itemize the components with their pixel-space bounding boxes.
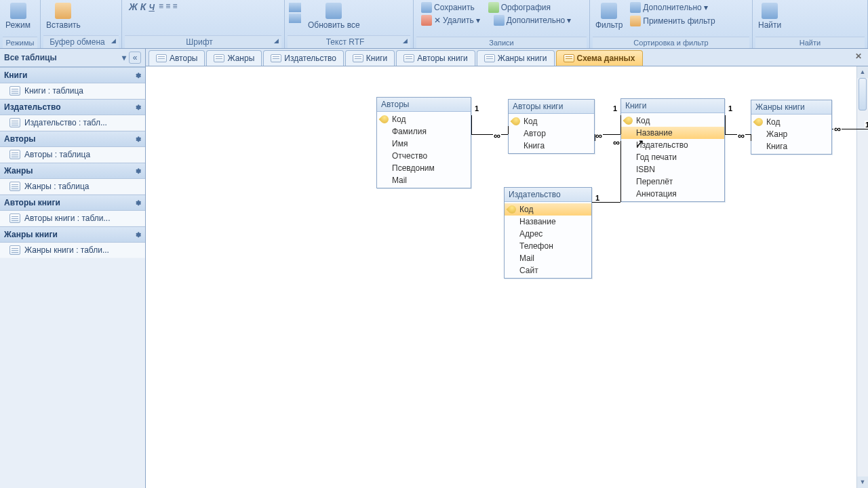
ribbon: Режим Режимы Вставить Буфер обмена◢ Ж К … <box>0 0 868 49</box>
table-field[interactable]: Год печати <box>621 151 724 163</box>
find-button[interactable]: Найти <box>755 1 784 31</box>
table-field[interactable]: Адрес <box>505 228 591 240</box>
nav-group-header[interactable]: Жанры❃ <box>0 163 145 179</box>
table-field[interactable]: Название <box>505 216 591 228</box>
table-title[interactable]: Книги <box>621 99 724 113</box>
document-tab[interactable]: Книги <box>345 50 395 66</box>
table-icon <box>9 245 20 255</box>
table-icon <box>9 86 20 96</box>
table-field[interactable]: Телефон <box>505 240 591 252</box>
table-title[interactable]: Жанры книги <box>751 100 831 115</box>
table-field[interactable]: Mail <box>377 174 471 186</box>
table-icon <box>9 118 20 127</box>
dialog-launcher[interactable]: ◢ <box>111 37 119 44</box>
table-icon <box>484 54 495 62</box>
relationships-canvas[interactable]: ▲ ▼ АвторыКодФамилияИмяОтчествоПсевдоним… <box>146 66 868 488</box>
table-field[interactable]: Код <box>377 113 471 125</box>
nav-group-header[interactable]: Издательство❃ <box>0 99 145 115</box>
nav-item[interactable]: Авторы книги : табли... <box>0 211 145 226</box>
nav-item[interactable]: Авторы : таблица <box>0 147 145 163</box>
table-icon <box>9 182 20 191</box>
table-icon <box>214 54 224 62</box>
table-icon <box>271 54 281 62</box>
document-tab-active[interactable]: Схема данных <box>556 50 643 66</box>
table-box[interactable]: ИздательствоКодНазваниеАдресТелефонMailС… <box>504 187 592 279</box>
filter-button[interactable]: Фильтр <box>593 1 625 31</box>
table-field[interactable]: Имя <box>377 138 471 150</box>
table-field[interactable]: Аннотация <box>621 188 724 200</box>
document-tabs: АвторыЖанрыИздательствоКнигиАвторы книги… <box>146 49 868 66</box>
nav-group-header[interactable]: Авторы❃ <box>0 131 145 147</box>
nav-group-header[interactable]: Жанры книги❃ <box>0 226 145 243</box>
table-field[interactable]: Код <box>751 116 831 128</box>
table-field[interactable]: Автор <box>509 127 594 140</box>
adv-button[interactable]: Дополнительно ▾ <box>628 1 717 14</box>
document-tab[interactable]: Жанры <box>206 50 262 66</box>
refresh-button[interactable]: Обновить все <box>305 1 363 31</box>
table-box[interactable]: КнигиКодНазваниеИздательствоГод печатиIS… <box>620 98 725 202</box>
nav-item[interactable]: Издательство : табл... <box>0 115 145 131</box>
table-field[interactable]: Код <box>505 203 591 216</box>
table-icon <box>156 54 167 62</box>
table-field[interactable]: Отчество <box>377 150 471 162</box>
dialog-launcher[interactable]: ◢ <box>274 37 281 44</box>
table-field[interactable]: Издательство <box>621 139 724 151</box>
table-box[interactable]: Жанры книгиКодЖанрКнига <box>751 100 832 155</box>
nav-item[interactable]: Книги : таблица <box>0 83 145 99</box>
table-title[interactable]: Издательство <box>505 188 591 202</box>
navigation-pane: Все таблицы ▾« Книги❃Книги : таблицаИзда… <box>0 49 146 488</box>
table-field[interactable]: Сайт <box>505 264 591 277</box>
nav-item[interactable]: Жанры : таблица <box>0 179 145 195</box>
table-field[interactable]: Псевдоним <box>377 162 471 174</box>
ribbon-label: Режимы <box>3 37 37 48</box>
table-box[interactable]: АвторыКодФамилияИмяОтчествоПсевдонимMail <box>376 97 471 188</box>
table-box[interactable]: Авторы книгиКодАвторКнига <box>508 99 595 154</box>
vertical-scrollbar[interactable]: ▲ ▼ <box>856 66 868 488</box>
document-tab[interactable]: Авторы <box>149 50 205 66</box>
table-field[interactable]: Книга <box>751 140 831 152</box>
nav-header[interactable]: Все таблицы ▾« <box>0 49 145 67</box>
table-field[interactable]: Переплёт <box>621 176 724 188</box>
table-icon <box>9 150 20 159</box>
scroll-up[interactable]: ▲ <box>857 66 868 78</box>
apply-filter-button[interactable]: Применить фильтр <box>628 15 717 27</box>
table-icon <box>353 54 363 62</box>
dialog-launcher[interactable]: ◢ <box>403 37 410 44</box>
nav-item[interactable]: Жанры книги : табли... <box>0 243 145 258</box>
table-field[interactable]: Книга <box>509 140 594 152</box>
document-tab[interactable]: Издательство <box>263 50 344 66</box>
document-tab[interactable]: Авторы книги <box>396 50 475 66</box>
mode-button[interactable]: Режим <box>3 1 33 31</box>
nav-collapse-button[interactable]: « <box>129 52 141 64</box>
table-field[interactable]: Название <box>621 127 724 139</box>
nav-group-header[interactable]: Авторы книги❃ <box>0 195 145 211</box>
paste-button[interactable]: Вставить <box>43 1 83 31</box>
table-title[interactable]: Авторы <box>377 98 471 112</box>
table-field[interactable]: Mail <box>505 252 591 264</box>
table-field[interactable]: Жанр <box>751 128 831 140</box>
table-icon <box>9 214 20 223</box>
table-title[interactable]: Авторы книги <box>509 100 594 114</box>
table-field[interactable]: ISBN <box>621 163 724 176</box>
delete-button[interactable]: ✕ Удалить ▾ <box>419 14 482 26</box>
scroll-down[interactable]: ▼ <box>857 476 868 488</box>
save-button[interactable]: Сохранить <box>419 1 477 14</box>
relationships-icon <box>564 54 574 62</box>
table-field[interactable]: Код <box>621 115 724 127</box>
document-tab[interactable]: Жанры книги <box>477 50 555 66</box>
nav-group-header[interactable]: Книги❃ <box>0 67 145 83</box>
scroll-thumb[interactable] <box>859 78 867 110</box>
table-icon <box>403 54 414 62</box>
more-button[interactable]: Дополнительно ▾ <box>492 14 573 26</box>
table-field[interactable]: Фамилия <box>377 125 471 138</box>
spell-button[interactable]: Орфография <box>486 1 553 14</box>
table-field[interactable]: Код <box>509 115 594 127</box>
close-tab-button[interactable]: ✕ <box>853 52 864 62</box>
